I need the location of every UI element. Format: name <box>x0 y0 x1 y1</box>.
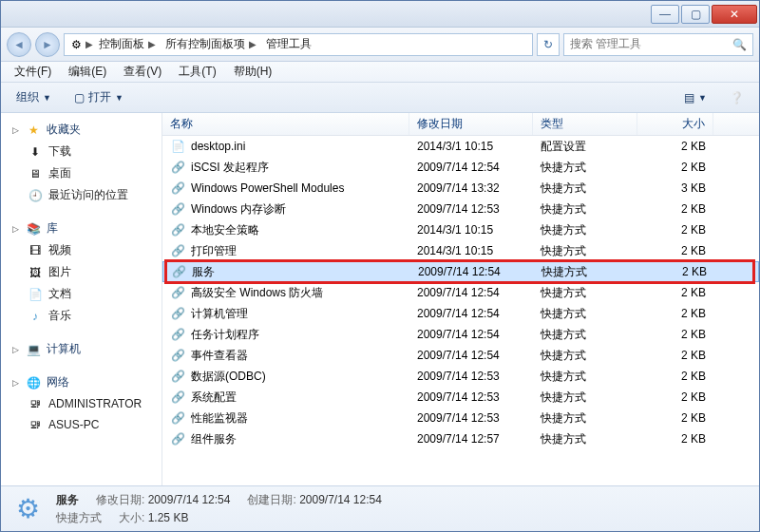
titlebar: — ▢ ✕ <box>1 1 759 28</box>
file-date: 2009/7/14 12:53 <box>409 411 533 425</box>
col-type[interactable]: 类型 <box>533 113 637 135</box>
file-icon: 🔗 <box>170 390 185 405</box>
table-row[interactable]: 🔗iSCSI 发起程序2009/7/14 12:54快捷方式2 KB <box>162 157 759 178</box>
file-icon: 🔗 <box>170 243 185 258</box>
file-size: 2 KB <box>637 432 713 446</box>
col-name[interactable]: 名称 <box>162 113 409 135</box>
file-list[interactable]: 📄desktop.ini2014/3/1 10:15配置设置2 KB🔗iSCSI… <box>162 136 759 449</box>
file-size: 2 KB <box>637 161 713 174</box>
menu-help[interactable]: 帮助(H) <box>226 62 280 82</box>
table-row[interactable]: 🔗任务计划程序2009/7/14 12:54快捷方式2 KB <box>162 324 759 345</box>
file-type: 快捷方式 <box>533 180 637 197</box>
file-size: 2 KB <box>637 286 713 299</box>
file-date: 2009/7/14 12:54 <box>409 286 533 299</box>
sidebar-item-downloads[interactable]: ⬇下载 <box>7 141 162 162</box>
table-row[interactable]: 📄desktop.ini2014/3/1 10:15配置设置2 KB <box>162 136 759 157</box>
file-date: 2009/7/14 13:32 <box>409 181 533 195</box>
minimize-button[interactable]: — <box>651 5 679 24</box>
file-name: Windows 内存诊断 <box>191 201 286 218</box>
sidebar-item-pictures[interactable]: 🖼图片 <box>7 261 162 283</box>
table-row[interactable]: 🔗计算机管理2009/7/14 12:54快捷方式2 KB <box>162 303 759 324</box>
view-options-button[interactable]: ▤ ▼ <box>678 89 712 106</box>
file-date: 2014/3/1 10:15 <box>409 244 533 257</box>
menu-edit[interactable]: 编辑(E) <box>61 62 114 82</box>
file-icon: 🔗 <box>170 410 185 426</box>
sidebar-computer-head[interactable]: ▷💻计算机 <box>7 338 162 360</box>
sidebar-favorites-head[interactable]: ▷★收藏夹 <box>7 119 162 141</box>
file-icon: 📄 <box>170 139 185 154</box>
file-icon: 🔗 <box>170 160 185 175</box>
back-button[interactable]: ◄ <box>7 32 31 57</box>
menu-file[interactable]: 文件(F) <box>7 62 59 82</box>
help-button[interactable]: ❔ <box>724 89 750 106</box>
sidebar-item-net-1[interactable]: 🖳ASUS-PC <box>7 414 162 435</box>
file-name: 高级安全 Windows 防火墙 <box>191 285 323 301</box>
file-type: 快捷方式 <box>533 222 637 238</box>
file-date: 2009/7/14 12:53 <box>409 202 533 216</box>
breadcrumb[interactable]: ⚙ ▶ 控制面板▶ 所有控制面板项▶ 管理工具 <box>64 33 533 56</box>
video-icon: 🎞 <box>28 243 43 258</box>
library-icon: 📚 <box>26 221 41 237</box>
file-list-pane: 名称 修改日期 类型 大小 📄desktop.ini2014/3/1 10:15… <box>162 113 759 485</box>
menu-tools[interactable]: 工具(T) <box>171 62 223 82</box>
file-type: 快捷方式 <box>533 390 637 406</box>
crumb-2[interactable]: 管理工具 <box>262 36 315 52</box>
sidebar-item-net-0[interactable]: 🖳ADMINISTRATOR <box>7 393 162 414</box>
refresh-button[interactable]: ↻ <box>537 33 560 56</box>
sidebar-item-documents[interactable]: 📄文档 <box>7 283 162 305</box>
maximize-button[interactable]: ▢ <box>681 5 710 24</box>
file-name: 服务 <box>192 264 215 280</box>
sidebar-network-head[interactable]: ▷🌐网络 <box>7 371 162 393</box>
sidebar-libraries-head[interactable]: ▷📚库 <box>7 218 162 239</box>
sidebar-item-desktop[interactable]: 🖥桌面 <box>7 162 162 184</box>
file-type: 快捷方式 <box>533 160 637 176</box>
file-date: 2009/7/14 12:53 <box>409 370 533 383</box>
file-size: 2 KB <box>637 349 713 362</box>
details-pane: ⚙ 服务 修改日期: 2009/7/14 12:54 创建日期: 2009/7/… <box>1 485 759 531</box>
col-size[interactable]: 大小 <box>637 113 713 135</box>
menu-view[interactable]: 查看(V) <box>116 62 169 82</box>
table-row[interactable]: 🔗系统配置2009/7/14 12:53快捷方式2 KB <box>162 387 759 408</box>
download-icon: ⬇ <box>28 144 43 160</box>
file-type: 快捷方式 <box>534 264 638 280</box>
sidebar-item-videos[interactable]: 🎞视频 <box>7 239 162 261</box>
forward-button[interactable]: ► <box>35 32 60 57</box>
table-row[interactable]: 🔗本地安全策略2014/3/1 10:15快捷方式2 KB <box>162 219 759 240</box>
close-button[interactable]: ✕ <box>712 5 757 24</box>
star-icon: ★ <box>26 123 41 138</box>
file-icon: 🔗 <box>170 431 185 446</box>
file-date: 2009/7/14 12:54 <box>409 349 533 362</box>
open-icon: ▢ <box>74 91 85 104</box>
pc-icon: 🖳 <box>28 396 43 411</box>
file-name: Windows PowerShell Modules <box>191 181 344 195</box>
search-input[interactable]: 搜索 管理工具 🔍 <box>563 33 753 56</box>
table-row[interactable]: 🔗数据源(ODBC)2009/7/14 12:53快捷方式2 KB <box>162 366 759 387</box>
organize-button[interactable]: 组织 ▼ <box>10 87 57 107</box>
crumb-1[interactable]: 所有控制面板项▶ <box>162 36 260 52</box>
col-date[interactable]: 修改日期 <box>409 113 533 135</box>
file-icon: 🔗 <box>170 180 185 196</box>
table-row[interactable]: 🔗高级安全 Windows 防火墙2009/7/14 12:54快捷方式2 KB <box>162 282 759 303</box>
file-name: 组件服务 <box>191 431 237 447</box>
table-row[interactable]: 🔗事件查看器2009/7/14 12:54快捷方式2 KB <box>162 345 759 366</box>
status-type: 快捷方式 <box>56 510 102 526</box>
sidebar-item-music[interactable]: ♪音乐 <box>7 305 162 327</box>
file-name: 性能监视器 <box>191 410 248 427</box>
table-row[interactable]: 🔗性能监视器2009/7/14 12:53快捷方式2 KB <box>162 408 759 428</box>
help-icon: ❔ <box>730 91 744 104</box>
file-size: 2 KB <box>637 307 713 320</box>
table-row[interactable]: 🔗Windows 内存诊断2009/7/14 12:53快捷方式2 KB <box>162 199 759 219</box>
open-button[interactable]: ▢打开 ▼ <box>68 87 129 107</box>
table-row[interactable]: 🔗Windows PowerShell Modules2009/7/14 13:… <box>162 178 759 199</box>
table-row[interactable]: 🔗服务2009/7/14 12:54快捷方式2 KB <box>162 261 759 282</box>
file-size: 2 KB <box>637 328 713 341</box>
navigation-pane[interactable]: ▷★收藏夹 ⬇下载 🖥桌面 🕘最近访问的位置 ▷📚库 🎞视频 🖼图片 📄文档 ♪… <box>1 113 162 485</box>
file-size: 2 KB <box>637 202 713 216</box>
sidebar-item-recent[interactable]: 🕘最近访问的位置 <box>7 184 162 206</box>
chevron-right-icon: ▶ <box>86 39 93 49</box>
table-row[interactable]: 🔗组件服务2009/7/14 12:57快捷方式2 KB <box>162 428 759 449</box>
chevron-down-icon: ▼ <box>43 93 51 103</box>
crumb-0[interactable]: 控制面板▶ <box>95 36 160 52</box>
document-icon: 📄 <box>28 287 43 302</box>
table-row[interactable]: 🔗打印管理2014/3/1 10:15快捷方式2 KB <box>162 240 759 261</box>
